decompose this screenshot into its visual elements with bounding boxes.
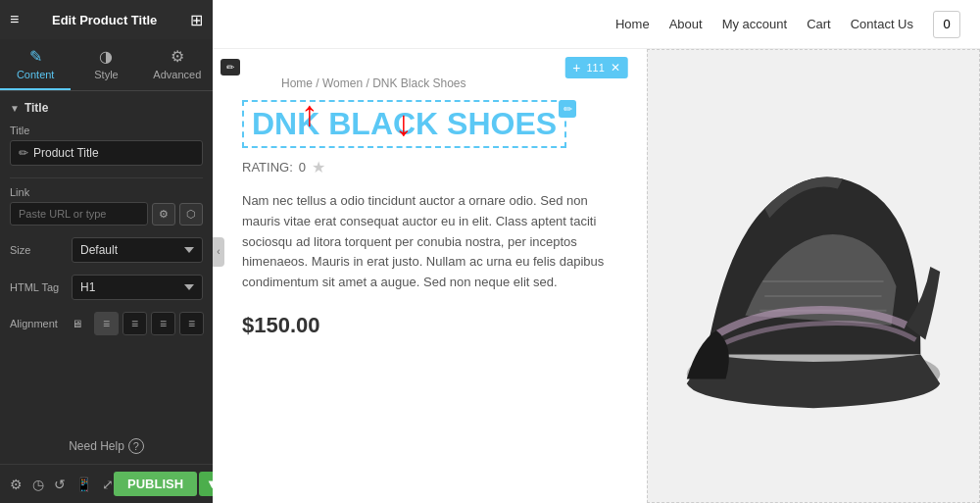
alignment-field: Alignment 🖥 ≡ ≡ ≡ ≡ bbox=[10, 312, 203, 335]
nav-cart[interactable]: Cart bbox=[807, 17, 831, 31]
need-help: Need Help ? bbox=[0, 428, 213, 464]
breadcrumb: Home / Women / DNK Black Shoes bbox=[281, 76, 617, 90]
link-field: Link ⚙ ⬡ bbox=[10, 186, 203, 226]
link-input[interactable] bbox=[19, 208, 139, 220]
help-icon[interactable]: ? bbox=[128, 438, 144, 454]
size-label: Size bbox=[10, 244, 64, 256]
expand-icon[interactable]: ⤢ bbox=[102, 477, 114, 492]
size-select[interactable]: Default Small Medium Large bbox=[72, 237, 203, 263]
link-row: ⚙ ⬡ bbox=[10, 202, 203, 226]
alignment-label: Alignment bbox=[10, 318, 64, 329]
link-input-wrapper[interactable] bbox=[10, 202, 148, 226]
title-input-wrapper[interactable]: ✏ bbox=[10, 140, 203, 166]
html-tag-select[interactable]: H1 H2 H3 H4 H5 H6 bbox=[72, 275, 203, 300]
nav-about[interactable]: About bbox=[669, 17, 703, 31]
product-section: ✏ Home / Women / DNK Black Shoes ↓ DNK B… bbox=[213, 49, 647, 503]
toolbar-plus-icon[interactable]: + bbox=[572, 60, 580, 75]
link-settings-btn[interactable]: ⚙ bbox=[152, 203, 175, 226]
link-external-btn[interactable]: ⬡ bbox=[179, 203, 203, 226]
bottom-bar: ⚙ ◷ ↺ 📱 ⤢ PUBLISH ▼ bbox=[0, 464, 213, 503]
content-icon: ✎ bbox=[29, 47, 42, 66]
align-left-btn[interactable]: ≡ bbox=[94, 312, 119, 335]
link-label: Link bbox=[10, 186, 203, 198]
device-icon[interactable]: 📱 bbox=[75, 477, 92, 492]
rating: RATING: 0 ★ bbox=[242, 158, 617, 176]
left-panel: ≡ Edit Product Title ⊞ ✎ Content ◑ Style… bbox=[0, 0, 213, 503]
align-right-btn[interactable]: ≡ bbox=[151, 312, 175, 335]
menu-icon[interactable]: ≡ bbox=[10, 11, 19, 28]
collapse-handle[interactable]: ‹ bbox=[213, 237, 224, 267]
title-field: Title ✏ bbox=[10, 125, 203, 166]
style-icon: ◑ bbox=[99, 47, 113, 66]
section-arrow: ▼ bbox=[10, 103, 20, 114]
panel-title: Edit Product Title bbox=[52, 13, 157, 27]
tab-content[interactable]: ✎ Content bbox=[0, 39, 71, 90]
tab-style[interactable]: ◑ Style bbox=[71, 39, 141, 90]
right-area: Home About My account Cart Contact Us 0 … bbox=[213, 0, 980, 503]
grid-icon[interactable]: ⊞ bbox=[190, 11, 203, 29]
tab-advanced[interactable]: ⚙ Advanced bbox=[142, 39, 213, 90]
toolbar-close-btn[interactable]: ✕ bbox=[611, 61, 620, 75]
html-tag-label: HTML Tag bbox=[10, 281, 64, 293]
publish-button[interactable]: PUBLISH bbox=[114, 472, 197, 496]
nav-myaccount[interactable]: My account bbox=[722, 17, 787, 31]
rating-value: 0 bbox=[299, 160, 306, 175]
pencil-icon: ✏ bbox=[19, 146, 28, 160]
nav-contact[interactable]: Contact Us bbox=[851, 17, 913, 31]
product-description: Nam nec tellus a odio tincidunt auctor a… bbox=[242, 191, 617, 293]
product-title[interactable]: DNK BLACK SHOES bbox=[242, 100, 566, 148]
section-title[interactable]: ▼ Title bbox=[10, 101, 203, 115]
panel-content: ▼ Title Title ✏ Link ⚙ bbox=[0, 91, 213, 428]
cart-icon[interactable]: 0 bbox=[933, 11, 960, 38]
title-edit-badge[interactable]: ✏ bbox=[559, 100, 576, 118]
alignment-buttons: ≡ ≡ ≡ ≡ bbox=[94, 312, 204, 335]
tabs: ✎ Content ◑ Style ⚙ Advanced bbox=[0, 39, 213, 91]
rating-label: RATING: bbox=[242, 160, 293, 175]
shoe-image bbox=[647, 49, 980, 503]
title-input[interactable] bbox=[33, 146, 194, 160]
floating-toolbar: + 111 ✕ bbox=[564, 57, 628, 78]
product-title-wrapper: DNK BLACK SHOES ✏ bbox=[242, 100, 566, 148]
star-icon: ★ bbox=[312, 158, 325, 176]
align-justify-btn[interactable]: ≡ bbox=[179, 312, 204, 335]
navbar: Home About My account Cart Contact Us 0 bbox=[213, 0, 980, 49]
product-price: $150.00 bbox=[242, 313, 617, 338]
bottom-left-icons: ⚙ ◷ ↺ 📱 ⤢ bbox=[10, 477, 114, 492]
settings-bottom-icon[interactable]: ⚙ bbox=[10, 477, 23, 492]
shoe-svg bbox=[648, 51, 979, 502]
undo-icon[interactable]: ↺ bbox=[54, 477, 66, 492]
content-area: ✏ Home / Women / DNK Black Shoes ↓ DNK B… bbox=[213, 49, 980, 503]
top-bar: ≡ Edit Product Title ⊞ bbox=[0, 0, 213, 39]
title-label: Title bbox=[10, 125, 203, 136]
html-tag-field: HTML Tag H1 H2 H3 H4 H5 H6 bbox=[10, 275, 203, 300]
nav-home[interactable]: Home bbox=[615, 17, 650, 31]
history-icon[interactable]: ◷ bbox=[32, 477, 44, 492]
align-center-btn[interactable]: ≡ bbox=[122, 312, 147, 335]
divider-1 bbox=[10, 177, 203, 178]
edit-indicator[interactable]: ✏ bbox=[220, 59, 240, 75]
monitor-icon: 🖥 bbox=[72, 318, 82, 329]
toolbar-number: 111 bbox=[586, 62, 604, 74]
publish-group: PUBLISH ▼ bbox=[114, 472, 225, 496]
advanced-icon: ⚙ bbox=[171, 47, 184, 66]
size-field: Size Default Small Medium Large bbox=[10, 237, 203, 263]
